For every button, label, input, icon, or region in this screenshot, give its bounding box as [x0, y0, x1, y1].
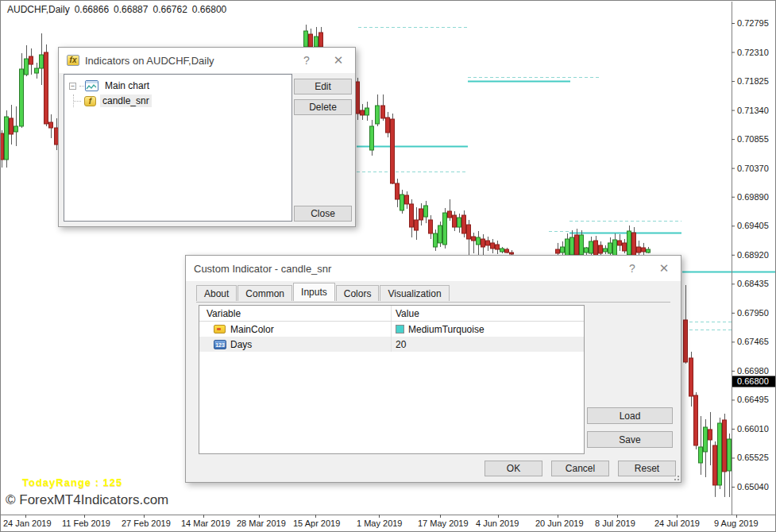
resize-grip-icon[interactable]	[671, 472, 679, 480]
table-row-days[interactable]: 123 Days 20	[199, 337, 584, 352]
bull-candle	[434, 233, 438, 247]
bull-candle	[5, 117, 9, 160]
tree-label-candle-snr[interactable]: candle_snr	[100, 94, 152, 107]
column-header-value: Value	[392, 306, 584, 321]
price-axis-label: 0.67950	[737, 308, 769, 318]
cancel-button[interactable]: Cancel	[551, 461, 609, 476]
ohlc-open: 0.66866	[75, 4, 109, 15]
tab-about[interactable]: About	[196, 285, 237, 301]
number-param-icon: 123	[214, 340, 226, 349]
time-axis-label: 17 May 2019	[418, 519, 469, 528]
bear-candle	[694, 395, 698, 445]
bear-candle	[386, 118, 390, 133]
help-icon[interactable]: ?	[619, 256, 646, 281]
price-axis-label: 0.70855	[737, 134, 769, 144]
color-param-icon	[214, 325, 226, 333]
close-button[interactable]: Close	[294, 206, 352, 222]
time-axis-label: 28 Mar 2019	[237, 519, 286, 528]
tab-visualization[interactable]: Visualization	[380, 285, 449, 301]
bull-candle	[365, 108, 369, 115]
load-button[interactable]: Load	[587, 407, 673, 424]
bear-candle	[642, 248, 646, 252]
time-axis-label: 9 Aug 2019	[714, 519, 759, 528]
price-axis-label: 0.71340	[737, 106, 769, 115]
bear-candle	[396, 183, 400, 199]
price-axis-label: 0.69890	[737, 192, 769, 202]
bear-candle	[594, 241, 598, 256]
price-axis-label: 0.66495	[737, 395, 769, 404]
bull-candle	[647, 249, 651, 253]
price-axis-label: 0.70370	[737, 164, 769, 173]
bear-candle	[319, 33, 323, 47]
time-axis-label: 11 Feb 2019	[62, 519, 110, 528]
bear-candle	[684, 320, 688, 362]
param-value[interactable]: MediumTurquoise	[408, 324, 485, 335]
ok-button[interactable]: OK	[485, 461, 542, 476]
time-axis-label: 27 Feb 2019	[122, 519, 171, 528]
bull-candle	[728, 439, 732, 471]
bear-candle	[419, 209, 423, 220]
param-name: Days	[230, 339, 252, 350]
bear-candle	[391, 119, 395, 183]
tab-colors[interactable]: Colors	[336, 285, 380, 301]
price-axis-label: 0.72795	[737, 18, 769, 28]
bear-candle	[632, 233, 636, 257]
close-icon[interactable]: ✕	[651, 256, 678, 281]
param-value[interactable]: 20	[392, 339, 584, 350]
ohlc-low: 0.66762	[152, 4, 187, 15]
ohlc-readout: AUDCHF,Daily0.668660.668870.667620.66800	[7, 4, 231, 15]
bull-candle	[627, 231, 631, 255]
bear-candle	[429, 220, 433, 233]
delete-button[interactable]: Delete	[294, 99, 352, 115]
bear-candle	[623, 243, 627, 251]
price-axis-label: 0.66010	[737, 424, 769, 434]
custom-indicator-dialog: Custom Indicator - candle_snr ? ✕ About …	[185, 255, 681, 483]
bear-candle	[689, 358, 693, 396]
bear-candle	[486, 241, 490, 245]
custom-indicator-title: Custom Indicator - candle_snr	[194, 263, 331, 275]
tab-inputs[interactable]: Inputs	[293, 283, 335, 301]
bear-candle	[356, 82, 360, 114]
bull-candle	[376, 106, 380, 124]
bear-candle	[10, 118, 14, 134]
time-axis-label: 14 Mar 2019	[181, 519, 230, 528]
time-axis-label: 24 Jul 2019	[654, 519, 700, 528]
bull-candle	[604, 249, 608, 252]
bear-candle	[361, 110, 365, 115]
bull-candle	[438, 226, 442, 243]
bull-candle	[424, 206, 428, 217]
indicator-tree[interactable]: − Main chart f candle_snr	[64, 74, 292, 222]
bear-candle	[713, 445, 717, 485]
bull-candle	[35, 68, 39, 73]
indicators-dialog: fx Indicators on AUDCHF,Daily ? ✕ − Main…	[58, 47, 356, 227]
bear-candle	[415, 220, 419, 230]
mt4-chart-window: AUDCHF,Daily0.668660.668870.667620.66800…	[0, 0, 776, 532]
price-axis-label: 0.72310	[737, 48, 769, 57]
price-axis-label: 0.65040	[737, 482, 769, 492]
edit-button[interactable]: Edit	[294, 79, 352, 94]
bear-candle	[708, 430, 712, 440]
bear-candle	[49, 122, 53, 128]
time-axis-label: 24 Jan 2019	[3, 519, 52, 528]
tree-label-main-chart[interactable]: Main chart	[102, 79, 152, 92]
custom-indicator-titlebar[interactable]: Custom Indicator - candle_snr ? ✕	[186, 256, 681, 281]
bear-candle	[599, 245, 603, 253]
save-button[interactable]: Save	[587, 431, 673, 448]
bull-candle	[570, 237, 574, 255]
price-axis-label: 0.68435	[737, 279, 769, 288]
indicators-dialog-titlebar[interactable]: fx Indicators on AUDCHF,Daily ? ✕	[59, 48, 355, 73]
bull-candle	[477, 237, 481, 245]
time-axis-label: 8 Jul 2019	[595, 519, 635, 528]
tree-collapse-icon[interactable]: −	[69, 83, 76, 90]
tree-row-candle-snr[interactable]: f candle_snr	[68, 94, 288, 107]
tab-common[interactable]: Common	[237, 285, 292, 301]
bear-candle	[618, 241, 622, 245]
help-icon[interactable]: ?	[293, 48, 320, 73]
close-icon[interactable]: ✕	[325, 48, 352, 73]
tree-row-main-chart[interactable]: − Main chart	[68, 79, 288, 92]
bear-candle	[405, 195, 409, 204]
table-row-maincolor[interactable]: MainColor MediumTurquoise	[199, 322, 584, 337]
reset-button[interactable]: Reset	[618, 461, 676, 476]
bear-candle	[510, 253, 514, 254]
bull-candle	[370, 126, 374, 150]
